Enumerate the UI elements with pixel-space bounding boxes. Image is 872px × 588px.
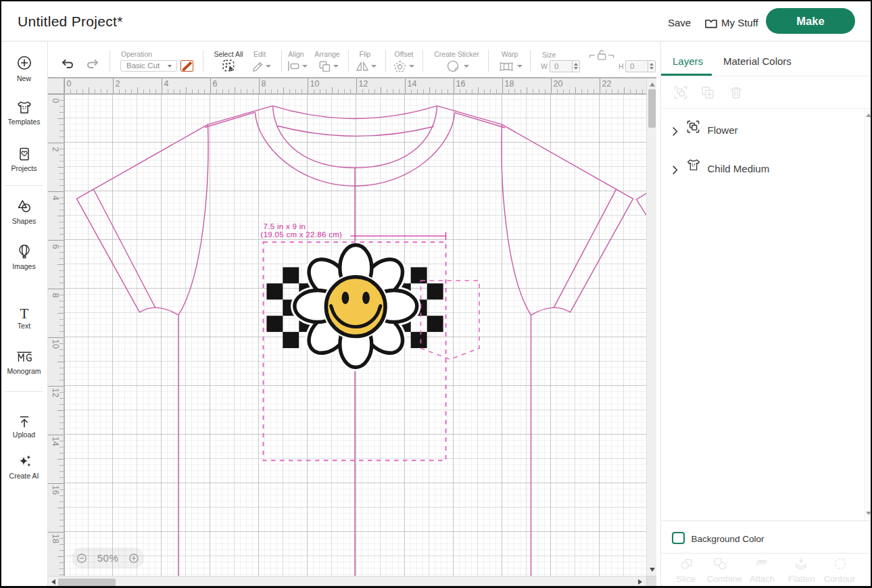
- svg-text:T: T: [20, 305, 28, 322]
- svg-text:(19.05 cm x 22.86 cm): (19.05 cm x 22.86 cm): [260, 230, 342, 239]
- svg-text:7.5 in x 9 in: 7.5 in x 9 in: [263, 222, 306, 230]
